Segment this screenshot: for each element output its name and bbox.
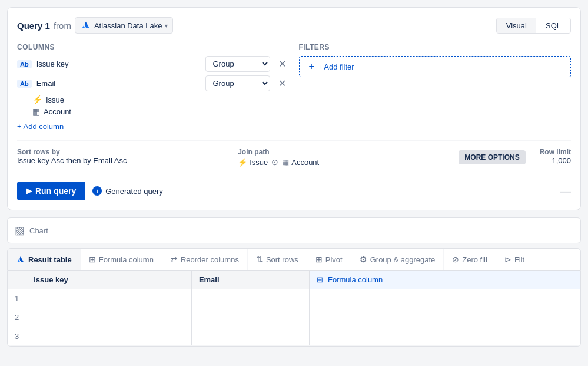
run-bar: ▶ Run query i Generated query — [17,174,571,200]
query-panel: Query 1 from Atlassian Data Lake [7,7,581,210]
ab-badge-email: Ab [17,80,32,88]
related-issue: ⚡ Issue [32,95,290,104]
collapse-button[interactable]: — [560,185,571,197]
cell-formula-1 [310,289,580,308]
formula-column-header[interactable]: ⊞ Formula column [310,271,580,289]
view-tabs: Visual SQL [496,18,571,34]
row-limit-label: Row limit [540,148,571,156]
related-account: ▦ Account [32,107,290,116]
toolbar-filter[interactable]: ⊳ Filt [496,249,533,270]
join-account-icon: ▦ [282,158,289,167]
cell-email-3 [191,327,309,346]
chevron-down-icon: ▾ [165,22,168,29]
data-source-badge[interactable]: Atlassian Data Lake ▾ [75,17,173,34]
atlassian-logo-icon [80,19,92,31]
chart-section: ▨ Chart [7,217,581,243]
columns-section: Columns Ab Issue key Group Count Sum ✕ A… [17,43,290,133]
more-options-button[interactable]: MORE OPTIONS [459,150,525,164]
table-row: 1 [8,289,580,308]
toolbar-sort-rows[interactable]: ⇅ Sort rows [248,249,307,270]
toolbar-filter-label: Filt [514,255,524,264]
toolbar-pivot-label: Pivot [325,255,343,264]
toolbar-result-table-label: Result table [28,255,72,264]
sort-icon: ⇅ [256,255,263,264]
toolbar-group-aggregate[interactable]: ⚙ Group & aggregate [351,249,444,270]
related-account-label: Account [44,107,71,116]
column-name-issue-key: Issue key [36,60,201,68]
cell-issue-key-3 [26,327,192,346]
toolbar-formula-label: Formula column [99,255,154,264]
row-num-3: 3 [8,327,26,346]
chart-icon: ▨ [15,224,25,237]
email-header: Email [191,271,309,289]
column-mode-issue-key[interactable]: Group Count Sum [205,56,270,72]
cell-issue-key-1 [26,289,192,308]
join-path-issue: ⚡ Issue [238,158,268,167]
cell-formula-3 [310,327,580,346]
run-query-button[interactable]: ▶ Run query [17,182,85,200]
column-mode-email[interactable]: Group Count Sum [205,75,270,91]
query-title: Query 1 from Atlassian Data Lake [17,17,173,34]
main-container: Query 1 from Atlassian Data Lake [0,0,588,366]
toolbar-group-label: Group & aggregate [370,255,436,264]
sort-label: Sort rows by [17,148,224,156]
info-icon: i [92,186,102,196]
toolbar-result-table[interactable]: Result table [8,249,81,270]
tab-sql[interactable]: SQL [536,18,570,33]
group-icon: ⚙ [360,255,367,264]
column-row-email: Ab Email Group Count Sum ✕ [17,75,290,91]
row-num-header [8,271,26,289]
sort-section: Sort rows by Issue key Asc then by Email… [17,148,224,165]
formula-col-label: Formula column [328,275,383,284]
tab-visual[interactable]: Visual [497,18,536,33]
issue-icon: ⚡ [32,95,42,104]
filters-label: Filters [299,43,572,51]
chart-label: Chart [29,226,48,235]
formula-col-icon: ⊞ [317,275,323,284]
cell-formula-2 [310,308,580,327]
row-num-2: 2 [8,308,26,327]
result-toolbar: Result table ⊞ Formula column ⇄ Reorder … [7,248,581,270]
add-column-button[interactable]: + Add column [17,120,64,133]
data-table-wrapper: Issue key Email ⊞ Formula column 1 2 [7,270,581,347]
remove-column-email[interactable]: ✕ [275,77,290,90]
zerofill-icon: ⊘ [452,255,459,264]
toolbar-pivot[interactable]: ⊞ Pivot [307,249,351,270]
ab-badge-issue-key: Ab [17,60,32,68]
toolbar-sort-label: Sort rows [266,255,298,264]
generated-query-link[interactable]: i Generated query [92,186,163,196]
play-icon: ▶ [26,187,32,195]
columns-filters-row: Columns Ab Issue key Group Count Sum ✕ A… [17,43,571,133]
data-source-name: Atlassian Data Lake [94,21,162,30]
column-row-issue-key: Ab Issue key Group Count Sum ✕ [17,56,290,72]
run-query-label: Run query [35,186,76,196]
options-row: Sort rows by Issue key Asc then by Email… [17,140,571,167]
issue-key-header: Issue key [26,271,192,289]
toolbar-reorder-columns[interactable]: ⇄ Reorder columns [162,249,248,270]
remove-column-issue-key[interactable]: ✕ [275,57,290,71]
join-separator-icon: ⊙ [271,157,278,167]
add-filter-button[interactable]: + + Add filter [299,56,572,77]
query-from-label: from [54,21,71,31]
cell-issue-key-2 [26,308,192,327]
plus-icon: + [309,61,314,72]
filters-section: Filters + + Add filter [299,43,572,133]
query-header: Query 1 from Atlassian Data Lake [17,17,571,34]
row-limit-section: Row limit 1,000 [540,148,571,165]
table-row: 2 [8,308,580,327]
generated-query-label: Generated query [105,187,163,196]
toolbar-reorder-label: Reorder columns [181,255,239,264]
cell-email-1 [191,289,309,308]
join-section: Join path ⚡ Issue ⊙ ▦ Account [238,148,444,167]
reorder-icon: ⇄ [171,255,178,264]
related-items: ⚡ Issue ▦ Account [32,95,290,116]
columns-label: Columns [17,43,290,51]
join-path-account: ▦ Account [282,158,319,167]
join-account-label: Account [291,158,319,167]
cell-email-2 [191,308,309,327]
toolbar-formula-column[interactable]: ⊞ Formula column [81,249,162,270]
toolbar-zero-fill[interactable]: ⊘ Zero fill [444,249,496,270]
join-issue-label: Issue [250,158,268,167]
add-filter-label: + Add filter [318,62,354,71]
account-icon: ▦ [32,107,40,116]
